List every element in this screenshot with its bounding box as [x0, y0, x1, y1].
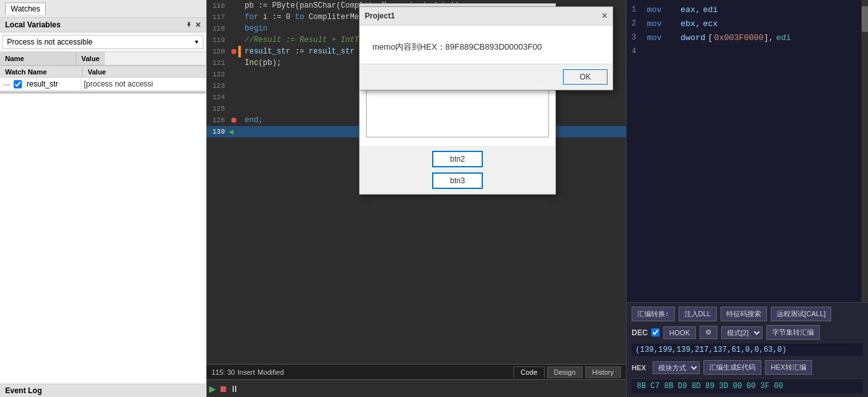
asm-num-4: 4	[632, 47, 644, 56]
line-num-124: 124	[207, 94, 229, 101]
module-mode-select[interactable]: 模块方式	[653, 361, 700, 374]
asm-bracket-close-3: ],	[764, 33, 774, 43]
dec-label: DEC	[632, 328, 648, 337]
asm-line-1: 1 mov eax, edi	[632, 3, 857, 17]
hex-bottom-row: 8B C7 8B D9 8D 89 3D 00 00 3F 00	[632, 379, 863, 393]
play-button[interactable]: ▶	[209, 384, 216, 394]
asm-bracket-open-3: [	[708, 33, 713, 43]
gear-button[interactable]: ⚙	[700, 326, 717, 339]
asm-op1-2: ebx,	[681, 19, 700, 29]
project1-message: memo内容到HEX：89F889CB893D00003F00	[372, 41, 542, 53]
hex-convert-button[interactable]: HEX转汇编	[765, 360, 812, 375]
process-dropdown-wrapper: Process is not accessible	[3, 35, 203, 49]
asm-line-2: 2 mov ebx, ecx	[632, 17, 857, 31]
watch-row-name: result_str	[24, 78, 81, 90]
watch-list-header-row: Watch Name Value	[0, 67, 206, 78]
project1-title: Project1	[365, 11, 395, 20]
tab-watches[interactable]: Watches	[5, 3, 46, 15]
bottom-toolbar: ▶ ⏹ ⏸	[207, 379, 626, 397]
mode-select[interactable]: 模式[2]	[721, 326, 763, 339]
left-panel: Watches Local Variables 🖈 ✕ Process is n…	[0, 0, 207, 397]
process-dropdown[interactable]: Process is not accessible	[3, 35, 203, 49]
watch-row-checkbox[interactable]	[13, 80, 23, 88]
line-num-121: 121	[207, 59, 229, 67]
right-toolbar-row-3: HEX 模块方式 汇编生成E代码 HEX转汇编	[632, 360, 863, 375]
line-marker-120	[229, 49, 238, 54]
current-line-indicator: ◀	[229, 127, 235, 137]
byte-values: (139,199,139,217,137,61,0,0,63,0)	[635, 345, 787, 354]
project1-dialog: Project1 × memo内容到HEX：89F889CB893D00003F…	[359, 6, 613, 90]
watch-row-value: [process not accessi	[81, 78, 156, 90]
tab-code[interactable]: Code	[513, 366, 544, 378]
asm-line-3: 3 mov dword [0x003F0000], edi	[632, 31, 857, 45]
asm-num-3: 3	[632, 33, 644, 42]
status-modified: Modified	[257, 368, 284, 376]
watch-name-col-header: Watch Name	[0, 67, 83, 77]
line-bar-125	[238, 103, 241, 115]
pin-button[interactable]: 🖈	[186, 21, 193, 29]
right-scrollbar-thumb	[862, 6, 868, 32]
stop-button[interactable]: ⏹	[219, 384, 227, 394]
byte-values-row: (139,199,139,217,137,61,0,0,63,0)	[632, 344, 863, 356]
asm-instr-3: mov	[647, 33, 675, 43]
line-num-123: 123	[207, 82, 229, 90]
breakpoint-126	[231, 118, 236, 123]
status-insert: Insert	[238, 368, 255, 376]
line-num-122: 122	[207, 71, 229, 78]
line-bar-139	[235, 126, 238, 137]
local-variables-actions: 🖈 ✕	[186, 21, 201, 29]
hex-label: HEX	[632, 364, 646, 372]
process-dropdown-container: Process is not accessible	[0, 32, 206, 52]
asm-op1-3: dword	[681, 33, 705, 43]
watch-list-section: Watch Name Value --- result_str [process…	[0, 66, 206, 94]
line-marker-126	[229, 118, 238, 123]
value-column-header: Value	[76, 52, 105, 65]
watch-list-item: --- result_str [process not accessi	[0, 78, 206, 91]
asm-line-4: 4	[632, 45, 857, 59]
asm-op3-3: edi	[776, 33, 790, 43]
project1-footer: OK	[360, 64, 613, 90]
tab-history[interactable]: History	[585, 366, 621, 378]
inject-dll-button[interactable]: 注入DLL	[679, 307, 717, 321]
hook-button[interactable]: HOOK	[663, 326, 695, 339]
asm-instr-2: mov	[647, 19, 675, 29]
asm-view: 1 mov eax, edi 2 mov ebx, ecx 3 mov dwor…	[627, 0, 862, 302]
right-toolbar: 汇编转换↑ 注入DLL 特征码搜索 远程测试[CALL] DEC HOOK ⚙ …	[627, 302, 868, 397]
form1-btn3[interactable]: btn3	[432, 172, 483, 189]
right-panel: 1 mov eax, edi 2 mov ebx, ecx 3 mov dwor…	[626, 0, 868, 397]
main-container: Watches Local Variables 🖈 ✕ Process is n…	[0, 0, 868, 397]
local-variables-header: Local Variables 🖈 ✕	[0, 18, 206, 32]
line-num-119: 119	[207, 36, 229, 44]
remote-test-button[interactable]: 远程测试[CALL]	[771, 307, 832, 321]
status-position: 115: 30	[212, 368, 235, 376]
dec-checkbox[interactable]	[651, 328, 660, 337]
line-num-125: 125	[207, 105, 229, 113]
byte-convert-button[interactable]: 字节集转汇编	[766, 325, 820, 340]
project1-ok-button[interactable]: OK	[563, 69, 607, 85]
tab-design[interactable]: Design	[547, 366, 583, 378]
form1-btn2[interactable]: btn2	[432, 151, 483, 167]
right-toolbar-row-1: 汇编转换↑ 注入DLL 特征码搜索 远程测试[CALL]	[632, 307, 863, 321]
pause-button[interactable]: ⏸	[230, 384, 239, 394]
project1-body: memo内容到HEX：89F889CB893D00003F00	[360, 25, 613, 64]
asm-op2-1: edi	[703, 5, 717, 15]
project1-close-button[interactable]: ×	[602, 10, 607, 22]
asm-num-1: 1	[632, 5, 644, 14]
right-scrollbar[interactable]	[862, 0, 868, 302]
asm-op1-1: eax,	[681, 5, 700, 15]
asm-gen-code-button[interactable]: 汇编生成E代码	[703, 360, 761, 375]
line-num-126: 126	[207, 116, 229, 124]
line-bar-123	[238, 80, 241, 92]
breakpoint-120	[231, 49, 236, 54]
asm-addr-3: 0x003F0000	[714, 33, 764, 43]
asm-convert-button[interactable]: 汇编转换↑	[632, 307, 675, 321]
right-inner: 1 mov eax, edi 2 mov ebx, ecx 3 mov dwor…	[627, 0, 868, 302]
close-local-vars-button[interactable]: ✕	[195, 21, 201, 29]
feature-search-button[interactable]: 特征码搜索	[721, 307, 767, 321]
watches-tab-bar: Watches	[0, 0, 206, 18]
line-bar-122	[238, 69, 241, 80]
watch-row-dots: ---	[0, 80, 13, 88]
left-bottom-area	[0, 94, 206, 397]
line-num-139: 139	[207, 128, 229, 136]
watch-value-col-header: Value	[83, 67, 111, 77]
